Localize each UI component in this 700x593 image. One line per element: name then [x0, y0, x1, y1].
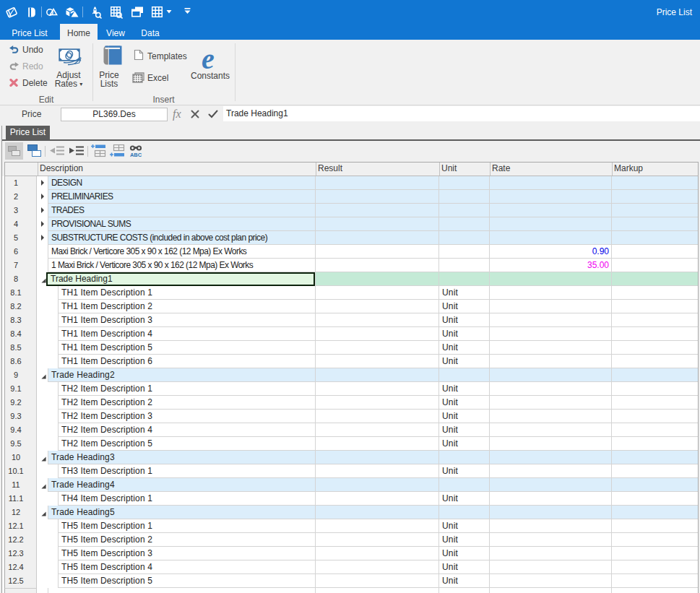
svg-text:ABC: ABC	[130, 152, 142, 158]
